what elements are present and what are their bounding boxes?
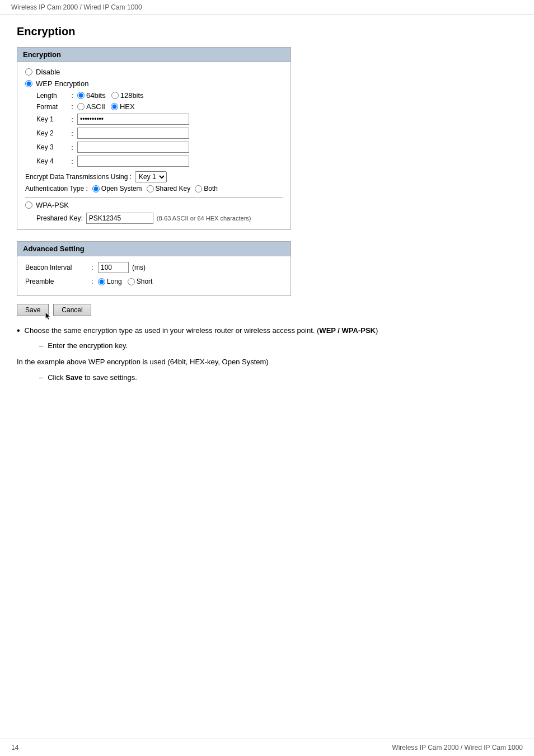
- preshared-input[interactable]: [86, 213, 153, 224]
- format-colon: :: [69, 102, 75, 111]
- auth-type-row: Authentication Type : Open System Shared…: [25, 185, 283, 192]
- body-content: • Choose the same encryption type as use…: [17, 325, 476, 384]
- preshared-row: Preshared Key: (8-63 ASCII or 64 HEX cha…: [36, 213, 283, 224]
- format-hex-label[interactable]: HEX: [120, 102, 135, 111]
- format-radio-group: ASCII HEX: [77, 102, 135, 111]
- key4-input[interactable]: [77, 156, 189, 167]
- format-ascii-radio[interactable]: [77, 103, 85, 110]
- preamble-short-label[interactable]: Short: [137, 278, 153, 285]
- key4-colon: :: [69, 157, 75, 166]
- auth-both-radio[interactable]: [195, 185, 202, 192]
- preamble-short-radio[interactable]: [128, 278, 135, 285]
- length-64-radio[interactable]: [77, 92, 85, 99]
- wep-label[interactable]: WEP Encryption: [36, 79, 88, 88]
- beacon-label: Beacon Interval: [25, 264, 87, 271]
- format-hex-radio[interactable]: [111, 103, 118, 110]
- dash-sym-2: –: [39, 372, 43, 384]
- length-128-radio[interactable]: [111, 92, 119, 99]
- save-button[interactable]: Save: [17, 304, 49, 316]
- cancel-button[interactable]: Cancel: [53, 304, 91, 316]
- wep-row: WEP Encryption: [25, 79, 283, 88]
- disable-row: Disable: [25, 68, 283, 76]
- wpa-radio[interactable]: [25, 201, 32, 209]
- key1-row: Key 1 :: [36, 114, 283, 125]
- bullet-text-1: Choose the same encryption type as used …: [25, 325, 476, 337]
- page-number: 14: [11, 744, 18, 752]
- key1-input[interactable]: [77, 114, 189, 125]
- dash-sym-1: –: [39, 340, 43, 352]
- bottom-label: Wireless IP Cam 2000 / Wired IP Cam 1000: [392, 744, 523, 752]
- length-128-label[interactable]: 128bits: [120, 91, 144, 100]
- bottom-bar: 14 Wireless IP Cam 2000 / Wired IP Cam 1…: [0, 739, 534, 756]
- encryption-panel-header: Encryption: [17, 48, 291, 62]
- wpa-label[interactable]: WPA-PSK: [36, 201, 69, 209]
- wep-radio[interactable]: [25, 80, 32, 87]
- dash-item-2: – Click Save to save settings.: [39, 372, 476, 384]
- key2-colon: :: [69, 129, 75, 138]
- format-label: Format: [36, 103, 67, 111]
- auth-open-option: Open System: [92, 185, 142, 192]
- length-label: Length: [36, 92, 67, 100]
- key4-label: Key 4: [36, 157, 67, 165]
- disable-radio[interactable]: [25, 68, 32, 76]
- para-1: In the example above WEP encryption is u…: [17, 356, 476, 368]
- preamble-long-radio[interactable]: [98, 278, 105, 285]
- top-bar: Wireless IP Cam 2000 / Wired IP Cam 1000: [0, 0, 534, 15]
- auth-shared-radio[interactable]: [147, 185, 154, 192]
- auth-type-label: Authentication Type :: [25, 185, 88, 192]
- panel-divider: [25, 197, 283, 198]
- auth-open-label[interactable]: Open System: [101, 185, 142, 192]
- beacon-colon: :: [87, 264, 98, 271]
- disable-label[interactable]: Disable: [36, 68, 60, 76]
- format-ascii-label[interactable]: ASCII: [86, 102, 105, 111]
- key2-row: Key 2 :: [36, 128, 283, 139]
- format-row: Format : ASCII HEX: [36, 102, 283, 111]
- encrypt-using-label: Encrypt Data Transmissions Using :: [25, 173, 132, 181]
- bullet-dot-1: •: [17, 325, 20, 337]
- preamble-long-option: Long: [98, 278, 122, 285]
- beacon-row: Beacon Interval : (ms): [25, 262, 283, 273]
- key3-colon: :: [69, 143, 75, 152]
- auth-both-label[interactable]: Both: [204, 185, 218, 192]
- preshared-hint: (8-63 ASCII or 64 HEX characters): [157, 215, 251, 222]
- length-row: Length : 64bits 128bits: [36, 91, 283, 100]
- key3-input[interactable]: [77, 142, 189, 153]
- preamble-colon: :: [87, 278, 98, 285]
- key-select[interactable]: Key 1 Key 2 Key 3 Key 4: [135, 171, 167, 182]
- beacon-unit: (ms): [132, 264, 146, 271]
- auth-open-radio[interactable]: [92, 185, 100, 192]
- bullet-item-1: • Choose the same encryption type as use…: [17, 325, 476, 337]
- encryption-panel-body: Disable WEP Encryption Length :: [17, 62, 291, 229]
- auth-shared-label[interactable]: Shared Key: [156, 185, 191, 192]
- key1-label: Key 1: [36, 115, 67, 123]
- save-btn-wrapper: Save: [17, 304, 49, 316]
- auth-both-option: Both: [195, 185, 218, 192]
- length-128-option: 128bits: [111, 91, 144, 100]
- advanced-panel-header: Advanced Setting: [17, 242, 291, 256]
- key4-row: Key 4 :: [36, 156, 283, 167]
- beacon-input[interactable]: [98, 262, 129, 273]
- auth-shared-option: Shared Key: [147, 185, 191, 192]
- dash-text-2: Click Save to save settings.: [48, 372, 137, 384]
- key2-input[interactable]: [77, 128, 189, 139]
- encrypt-using-row: Encrypt Data Transmissions Using : Key 1…: [25, 171, 283, 182]
- key3-label: Key 3: [36, 143, 67, 151]
- key2-label: Key 2: [36, 129, 67, 137]
- save-bold: Save: [65, 373, 82, 382]
- format-ascii-option: ASCII: [77, 102, 105, 111]
- key1-colon: :: [69, 115, 75, 124]
- key3-row: Key 3 :: [36, 142, 283, 153]
- length-radio-group: 64bits 128bits: [77, 91, 144, 100]
- preshared-label: Preshared Key:: [36, 214, 83, 222]
- dash-text-1: Enter the encryption key.: [48, 340, 128, 352]
- wpa-row: WPA-PSK: [25, 201, 283, 209]
- preamble-long-label[interactable]: Long: [107, 278, 122, 285]
- preamble-short-option: Short: [128, 278, 153, 285]
- length-64-option: 64bits: [77, 91, 106, 100]
- preamble-row: Preamble : Long Short: [25, 278, 283, 285]
- format-hex-option: HEX: [111, 102, 135, 111]
- length-colon: :: [69, 91, 75, 100]
- topbar-label: Wireless IP Cam 2000 / Wired IP Cam 1000: [11, 3, 142, 11]
- length-64-label[interactable]: 64bits: [86, 91, 106, 100]
- length-section: Length : 64bits 128bits: [36, 91, 283, 167]
